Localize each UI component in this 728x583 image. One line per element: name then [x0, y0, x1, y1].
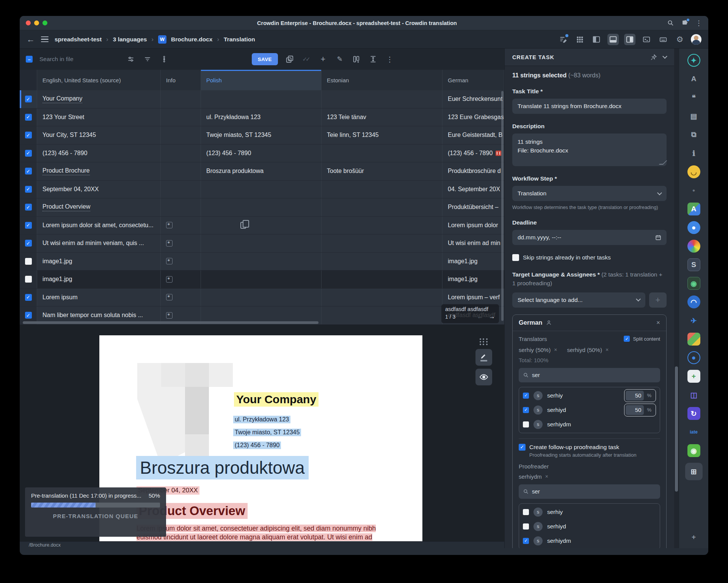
preview-eye-button[interactable] [475, 369, 492, 385]
console-icon[interactable] [641, 34, 652, 45]
back-button[interactable]: ← [27, 35, 35, 44]
row-checkbox[interactable]: ✓ [25, 96, 32, 102]
translate-icon[interactable]: A [687, 72, 700, 85]
browser-search-icon[interactable] [667, 19, 674, 27]
row-checkbox[interactable]: ✓ [25, 132, 32, 138]
polish-translation[interactable]: ul. Przykładowa 123 [206, 114, 260, 121]
column-header-english[interactable]: English, United States (source) [37, 70, 161, 90]
extensions-icon[interactable] [681, 19, 689, 27]
pretranslation-toast[interactable]: Pre-translation (11 Dec 17:00) in progre… [25, 487, 166, 537]
row-checkbox[interactable]: ✓ [25, 240, 32, 247]
estonian-translation[interactable]: Toote brošüür [327, 168, 364, 174]
description-textarea[interactable]: 11 strings File: Brochure.docx [512, 134, 667, 166]
remove-translator-icon[interactable]: × [554, 347, 557, 353]
doc-plus-app-icon[interactable]: + [687, 370, 700, 383]
minimize-window-button[interactable] [34, 20, 39, 25]
row-checkbox[interactable]: ✓ [25, 204, 32, 211]
document-info-icon[interactable]: ℹ [687, 147, 700, 160]
edit-icon[interactable]: ✎ [335, 54, 345, 64]
zoom-window-button[interactable] [42, 20, 47, 25]
layout-right-panel-icon[interactable] [624, 34, 635, 45]
add-column-icon[interactable] [351, 54, 361, 64]
pretranslation-queue-link[interactable]: PRE-TRANSLATION QUEUE [31, 513, 160, 519]
save-button[interactable]: SAVE [252, 53, 278, 65]
ai-assistant-icon[interactable]: ✦ [687, 54, 700, 67]
polish-translation[interactable]: Twoje miasto, ST 12345 [206, 132, 271, 138]
estonian-translation[interactable]: Teie linn, ST 12345 [327, 132, 379, 138]
eye-outline-app-icon[interactable]: ● [687, 351, 700, 364]
pin-panel-icon[interactable] [650, 54, 657, 61]
select-all-checkbox[interactable]: – [26, 56, 33, 63]
table-row[interactable]: ✓Lorem ipsum dolor sit amet, consectetu.… [20, 217, 504, 235]
keyboard-shortcuts-icon[interactable] [657, 34, 669, 45]
workflow-step-select[interactable]: Translation [512, 186, 667, 201]
row-checkbox[interactable] [25, 276, 32, 283]
preview-edit-button[interactable] [475, 349, 492, 366]
proofreader-search-input[interactable]: ser [519, 484, 660, 499]
remove-translator-icon[interactable]: × [606, 347, 609, 353]
assignee-checkbox[interactable]: ✓ [523, 407, 529, 413]
smiley-app-icon[interactable]: ◡ [687, 165, 700, 178]
column-header-estonian[interactable]: Estonian [322, 70, 442, 90]
green-lens-app-icon[interactable]: ◉ [687, 277, 700, 290]
german-translation[interactable]: 04. September 20X [448, 186, 500, 193]
assignee-checkbox[interactable]: ✓ [523, 393, 529, 399]
table-row[interactable]: ✓Lorem ipsumLorem ipsum – verf [20, 289, 504, 307]
german-translation[interactable]: Produktübersicht – [448, 204, 498, 211]
row-checkbox[interactable]: ✓ [25, 294, 32, 301]
breadcrumb-step[interactable]: Translation [224, 36, 255, 43]
german-translation[interactable]: Lorem ipsum dolor [448, 222, 498, 229]
german-translation[interactable]: Eure Geisterstadt, B [448, 132, 502, 138]
create-task-strip-icon[interactable]: ⊞ [685, 463, 703, 480]
assignee-checkbox[interactable] [523, 421, 529, 427]
share-input[interactable]: 50% [624, 389, 656, 402]
table-row[interactable]: ✓September 04, 20XX04. September 20X [20, 181, 504, 199]
main-menu-icon[interactable] [41, 36, 49, 42]
approve-all-icon[interactable]: ✓✓ [301, 54, 311, 64]
drag-handle-icon[interactable] [480, 338, 488, 345]
row-checkbox[interactable]: ✓ [25, 186, 32, 193]
table-row[interactable]: ✓123 Your Streetul. Przykładowa 123123 T… [20, 108, 504, 127]
calendar-icon[interactable] [655, 234, 661, 240]
table-row[interactable]: ✓Product BrochureBroszura produktowaToot… [20, 162, 504, 181]
s-badge-app-icon[interactable]: S [687, 258, 700, 271]
color-wheel-app-icon[interactable] [687, 240, 700, 253]
share-input[interactable]: 50% [624, 404, 656, 416]
column-header-info[interactable]: Info [161, 70, 201, 90]
assignee-option[interactable]: sserhiyd [523, 519, 656, 534]
toolbar-more-icon[interactable]: ⋮ [385, 54, 395, 64]
dot-separator-icon[interactable]: • [687, 184, 700, 197]
german-translation[interactable]: 123 Eure Grabesgas [448, 114, 504, 121]
assignee-checkbox[interactable]: ✓ [523, 538, 529, 544]
panel-scrollbar[interactable] [674, 49, 679, 548]
user-avatar[interactable] [691, 34, 701, 45]
german-translation[interactable]: (123) 456 - 7890 [448, 150, 493, 157]
column-header-german[interactable]: German [442, 70, 504, 90]
filter-icon[interactable] [143, 54, 152, 64]
green-eye-app-icon[interactable]: ◉ [687, 444, 700, 457]
pages-icon[interactable]: ⧉ [687, 128, 700, 141]
copy-source-icon[interactable] [285, 54, 295, 64]
assignee-option[interactable]: sserhiydm [523, 417, 656, 432]
previous-page-icon[interactable]: ← [477, 313, 483, 321]
row-checkbox[interactable] [25, 258, 32, 265]
close-window-button[interactable] [26, 20, 31, 25]
iate-app-icon[interactable]: iate [687, 426, 700, 438]
next-page-icon[interactable]: → [489, 313, 495, 321]
skip-strings-checkbox[interactable] [512, 254, 519, 261]
split-content-checkbox[interactable]: ✓ [624, 336, 630, 342]
german-translation[interactable]: Euer Schreckensunt [448, 96, 502, 102]
table-row[interactable]: ✓Ut wisi enim ad minim veniam, quis ...U… [20, 234, 504, 253]
preview-eye-app-icon[interactable]: ● [687, 221, 700, 234]
columns-app-icon[interactable]: ◫ [687, 388, 700, 401]
my-tasks-icon[interactable] [557, 34, 569, 45]
breadcrumb-languages[interactable]: 3 languages [113, 36, 147, 43]
polish-translation[interactable]: Broszura produktowa [206, 168, 264, 174]
followup-proofreading-checkbox[interactable]: ✓ [519, 444, 526, 451]
deadline-input[interactable]: dd.mm.yyyy, --:-- [512, 230, 667, 245]
language-select[interactable]: Select language to add... [512, 292, 645, 308]
search-input[interactable]: Search in file [39, 56, 119, 63]
table-row[interactable]: image1.jpgimage1.jpg [20, 253, 504, 271]
bird-app-icon[interactable]: ✈ [687, 314, 700, 327]
table-row[interactable]: ✓Your City, ST 12345Twoje miasto, ST 123… [20, 126, 504, 145]
